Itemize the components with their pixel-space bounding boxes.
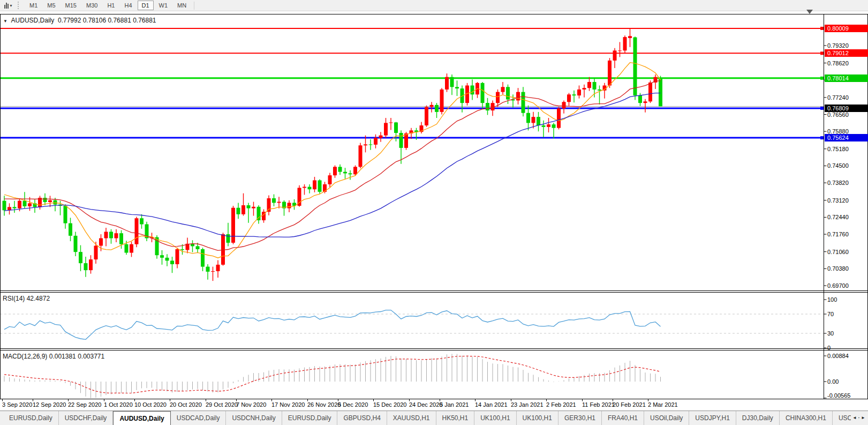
chart-tab-usdcad-daily[interactable]: USDCAD,Daily: [171, 411, 227, 425]
rsi-header: RSI(14) 42.4872: [3, 295, 50, 302]
date-axis-label: 3 Sep 2020: [2, 401, 32, 408]
chart-tab-hk50-h1[interactable]: HK50,H1: [436, 411, 475, 425]
date-axis-label: 5 Jan 2021: [440, 401, 469, 408]
date-axis-label: 2 Feb 2021: [546, 401, 576, 408]
price-axis-tick: 0.77240: [827, 94, 849, 101]
price-chart[interactable]: [0, 0, 868, 407]
macd-axis-tick: -0.00565: [827, 392, 850, 399]
ohlc-close: 0.76881: [133, 17, 156, 24]
date-axis-label: 2 Mar 2021: [648, 401, 678, 408]
ohlc-low: 0.76881: [108, 17, 131, 24]
terminal-window: ▼ M1M5M15M30H1H4D1W1MN ▼ AUDUSD,Daily 0.…: [0, 0, 868, 425]
macd-signal-value: 0.003771: [78, 353, 104, 360]
chart-shift-marker[interactable]: [806, 10, 813, 14]
chart-tab-eurusd-daily[interactable]: EURUSD,Daily: [282, 411, 338, 425]
price-axis-tick: 0.73120: [827, 197, 849, 204]
chart-tab-xauusd-h1[interactable]: XAUUSD,H1: [387, 411, 436, 425]
price-axis-tick: 0.76560: [827, 111, 849, 118]
tab-scroll-right-button[interactable]: ►: [859, 413, 867, 423]
chart-tab-ger30-h1[interactable]: GER30,H1: [558, 411, 602, 425]
date-axis-label: 29 Oct 2020: [206, 401, 238, 408]
price-axis-tick: 0.69700: [827, 282, 849, 289]
macd-axis-tick: 0.00884: [827, 353, 849, 359]
symbol-name: AUDUSD,Daily: [11, 17, 55, 24]
chart-tab-audusd-daily[interactable]: AUDUSD,Daily: [113, 411, 170, 425]
chart-tab-china300-h1[interactable]: CHINA300,H1: [780, 411, 833, 425]
price-level-badge: 0.75624: [825, 134, 868, 141]
chart-tab-gbpusd-h4[interactable]: GBPUSD,H4: [337, 411, 387, 425]
tab-scroll-left-button[interactable]: ◄: [851, 413, 858, 423]
date-axis-label: 20 Oct 2020: [170, 401, 202, 408]
date-axis-label: 23 Jan 2021: [511, 401, 544, 408]
date-axis-label: 20 Feb 2021: [613, 401, 646, 408]
date-axis-label: 14 Jan 2021: [475, 401, 508, 408]
chart-tab-usdchf-daily[interactable]: USDCHF,Daily: [59, 411, 114, 425]
chart-tab-uk100-h1[interactable]: UK100,H1: [474, 411, 516, 425]
collapse-indicator-icon[interactable]: ▼: [3, 19, 7, 24]
price-axis-tick: 0.71060: [827, 249, 849, 255]
chart-tab-usoil-daily[interactable]: USOil,Daily: [644, 411, 689, 425]
rsi-axis-tick: 0: [827, 345, 831, 351]
price-level-badge: 0.80009: [825, 25, 868, 32]
symbol-header: ▼ AUDUSD,Daily 0.77992 0.78106 0.76881 0…: [3, 17, 156, 24]
date-axis-label: 10 Oct 2020: [134, 401, 167, 408]
date-axis-label: 17 Nov 2020: [271, 401, 305, 408]
chart-tab-usdcnh-daily[interactable]: USDCNH,Daily: [226, 411, 282, 425]
date-axis-label: 1 Oct 2020: [104, 401, 133, 408]
date-axis-label: 24 Dec 2020: [409, 401, 442, 408]
chart-tab-bar: EURUSD,DailyUSDCHF,DailyAUDUSD,DailyUSDC…: [0, 411, 868, 425]
price-axis-tick: 0.72440: [827, 214, 849, 220]
chart-tab-dj30-daily[interactable]: DJ30,Daily: [736, 411, 780, 425]
price-axis-tick: 0.74500: [827, 162, 849, 169]
date-axis-label: 11 Feb 2021: [582, 401, 615, 408]
chart-tab-usdjpy-h1[interactable]: USDJPY,H1: [689, 411, 736, 425]
tab-scroll-arrows: ◄ ►: [851, 413, 867, 423]
price-axis-tick: 0.70380: [827, 265, 849, 272]
price-axis-tick: 0.79320: [827, 42, 849, 49]
date-axis-label: 22 Sep 2020: [68, 401, 101, 408]
rsi-value: 42.4872: [27, 295, 50, 302]
chart-tab-fra40-h1[interactable]: FRA40,H1: [602, 411, 644, 425]
macd-header: MACD(12,26,9) 0.001381 0.003771: [3, 353, 104, 360]
date-axis-label: 12 Sep 2020: [33, 401, 66, 408]
chart-tab-eurusd-daily[interactable]: EURUSD,Daily: [3, 411, 59, 425]
rsi-axis-tick: 70: [827, 311, 834, 317]
date-axis-label: 26 Nov 2020: [307, 401, 341, 408]
ohlc-open: 0.77992: [58, 17, 81, 24]
chart-tab-uk100-h1[interactable]: UK100,H1: [517, 411, 558, 425]
macd-axis-tick: 0.00: [827, 378, 839, 385]
price-axis-tick: 0.73820: [827, 180, 849, 186]
price-axis-tick: 0.71760: [827, 231, 849, 237]
rsi-axis-tick: 100: [827, 296, 837, 303]
price-level-badge: 0.79012: [825, 49, 868, 57]
date-axis-label: 15 Dec 2020: [373, 401, 406, 408]
price-axis-tick: 0.75180: [827, 146, 849, 152]
ohlc-high: 0.78106: [83, 17, 106, 24]
macd-label: MACD(12,26,9): [3, 353, 47, 360]
price-level-badge: 0.76809: [825, 105, 868, 112]
rsi-axis-tick: 30: [827, 330, 834, 337]
price-axis-tick: 0.78620: [827, 60, 849, 66]
macd-main-value: 0.001381: [49, 353, 76, 360]
date-axis-label: 7 Nov 2020: [236, 401, 266, 408]
date-axis-label: 5 Dec 2020: [338, 401, 368, 408]
rsi-label: RSI(14): [3, 295, 25, 302]
price-level-badge: 0.78014: [825, 74, 868, 82]
